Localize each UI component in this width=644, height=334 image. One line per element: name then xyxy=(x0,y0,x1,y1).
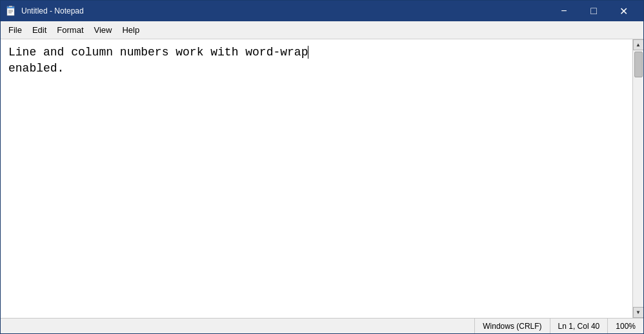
close-button[interactable]: ✕ xyxy=(609,1,638,21)
window-title: Untitled - Notepad xyxy=(21,6,84,15)
menu-view[interactable]: View xyxy=(89,24,117,36)
menu-format[interactable]: Format xyxy=(52,24,88,36)
title-bar-controls: − □ ✕ xyxy=(549,1,638,21)
scroll-down-button[interactable]: ▼ xyxy=(633,307,644,318)
minimize-button[interactable]: − xyxy=(549,1,579,21)
menu-edit[interactable]: Edit xyxy=(27,24,52,36)
notepad-icon xyxy=(6,6,16,16)
text-editor[interactable]: Line and column numbers work with word-w… xyxy=(1,39,632,318)
scroll-thumb[interactable] xyxy=(634,52,643,77)
svg-rect-5 xyxy=(9,6,12,7)
scroll-up-button[interactable]: ▲ xyxy=(633,39,644,50)
menu-file[interactable]: File xyxy=(3,24,27,36)
menu-bar: File Edit Format View Help xyxy=(1,21,643,39)
title-bar: Untitled - Notepad − □ ✕ xyxy=(1,1,643,21)
maximize-button[interactable]: □ xyxy=(579,1,609,21)
vertical-scrollbar[interactable]: ▲ ▼ xyxy=(632,39,643,318)
menu-help[interactable]: Help xyxy=(117,24,145,36)
zoom-status: 100% xyxy=(607,319,643,333)
title-bar-left: Untitled - Notepad xyxy=(6,6,84,16)
editor-container: Line and column numbers work with word-w… xyxy=(1,39,643,318)
text-cursor xyxy=(308,46,308,59)
line-ending-status: Windows (CRLF) xyxy=(474,319,549,333)
scroll-track[interactable] xyxy=(633,50,643,307)
notepad-window: Untitled - Notepad − □ ✕ File Edit Forma… xyxy=(0,0,644,334)
status-bar: Windows (CRLF) Ln 1, Col 40 100% xyxy=(1,318,643,333)
cursor-position-status: Ln 1, Col 40 xyxy=(550,319,608,333)
